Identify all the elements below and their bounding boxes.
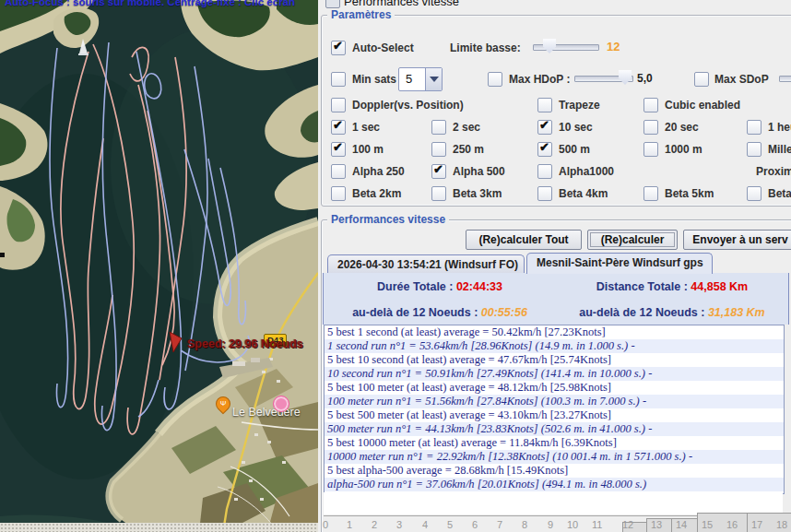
checkbox-beta-5km[interactable] [643,186,658,201]
scale-number: 13 [651,519,662,530]
checkbox-label: Alpha 500 [453,165,505,178]
checkbox-500-m[interactable]: ✔ [537,142,552,157]
duree-totale: Durée Totale : 02:44:33 [324,273,556,299]
scale-number: 8 [522,519,527,530]
duree-totale-value: 02:44:33 [456,280,502,293]
chevron-down-icon[interactable] [425,68,442,90]
send-to-server-button[interactable]: Envoyer à un serv [683,230,791,250]
result-row[interactable]: 5 best alpha-500 average = 28.68km/h [15… [325,464,784,478]
checkbox-20-sec[interactable] [643,120,658,135]
checkbox-10-sec[interactable]: ✔ [537,120,552,135]
beyond-distance: au-delà de 12 Noeuds : 31,183 Km [556,299,788,325]
checkbox-label: Alpha1000 [559,165,614,178]
result-row[interactable]: 10 second run n°1 = 50.91km/h [27.49Knot… [325,367,784,381]
result-row[interactable]: 5 best 500 meter (at least) average = 43… [325,408,784,422]
result-row[interactable]: alpha-500 run n°1 = 37.06km/h [20.01Knot… [325,478,784,491]
checkbox-doppler-vs-position-[interactable] [331,98,346,112]
max-hdop-checkbox[interactable] [488,72,502,87]
min-sats-checkbox[interactable] [331,72,346,87]
checkbox-beta-3km[interactable] [431,186,446,201]
max-sdop-checkbox[interactable] [694,72,709,87]
results-list[interactable]: 5 best 1 second (at least) average = 50.… [324,325,785,494]
auto-select-checkbox[interactable]: ✔ [331,41,346,55]
checkbox-250-m[interactable] [431,142,446,157]
checkbox-label: Beta 3km [453,187,502,200]
checkbox-beta-4km[interactable] [537,186,552,201]
scale-number: 9 [548,519,553,530]
scale-number: 7 [497,519,502,530]
poi-label: Le Belvédère [232,406,301,419]
tab-track-date[interactable]: 2026-04-30 13:54:21 (Windsurf FO) [327,254,525,274]
checkbox-label: 1 heu [768,121,791,134]
scale-number: 16 [726,519,738,530]
result-row[interactable]: 10000 meter run n°1 = 22.92km/h [12.38Kn… [325,450,784,464]
recalculate-all-button[interactable]: (Re)calculer Tout [466,230,582,250]
beyond-time-value: 00:55:56 [481,306,527,319]
limite-basse-value: 12 [607,40,620,53]
scale-number: 4 [422,519,428,530]
result-row[interactable]: 5 best 10000 meter (at least) average = … [325,436,784,450]
check-mark-icon: ✔ [433,162,443,176]
map-view[interactable]: Auto-Focus : souris sur mobile. Centrage… [0,0,318,532]
max-hdop-value: 5,0 [637,72,653,85]
checkbox-beta-2km[interactable] [331,186,346,201]
scale-number: 15 [702,519,713,530]
scale-number: 11 [592,519,602,530]
scale-number: 6 [472,519,478,530]
scale-number: 3 [396,519,402,530]
min-sats-value: 5 [406,72,412,86]
checkbox-label: 10 sec [559,121,593,134]
checkbox-trapeze[interactable] [537,98,552,112]
result-row[interactable]: 5 best 10 second (at least) average = 47… [325,353,784,367]
scale-number: 18 [776,519,787,530]
performance-panel: Performances vitesse Paramètres ✔ Auto-S… [318,0,791,532]
checkbox-beta[interactable] [747,186,761,201]
map-edge-tick [0,253,5,257]
beyond-time: au-delà de 12 Noeuds : 00:55:56 [324,299,556,325]
totals-summary: Durée Totale : 02:44:33 Distance Totale … [323,273,789,325]
checkbox-alpha-500[interactable]: ✔ [431,164,446,179]
checkbox-label: Trapeze [559,99,600,112]
result-row[interactable]: 500 meter run n°1 = 44.13km/h [23.83Knot… [325,422,784,436]
min-sats-label: Min sats : [352,73,403,86]
checkbox-label: 2 sec [453,121,480,134]
checkbox-1000-m[interactable] [643,142,658,157]
speed-overlay-label: Speed: 29.96 Noeuds [187,337,303,350]
checkbox-label: 100 m [352,143,384,156]
checkbox-mille[interactable] [747,142,761,157]
min-sats-select[interactable]: 5 [398,67,443,91]
checkbox-100-m[interactable]: ✔ [331,142,346,157]
checkbox-2-sec[interactable] [431,120,446,135]
checkbox-alpha1000[interactable] [537,164,552,179]
checkbox-1-heu[interactable] [747,120,761,135]
parametres-title: Paramètres [327,9,395,20]
window-icon [325,0,340,8]
tab-mesnil-saint-pere[interactable]: Mesnil-Saint-Père Windsurf gps [526,253,713,274]
checkbox-cubic-enabled[interactable] [643,98,658,112]
checkbox-label: 20 sec [665,121,699,134]
scale-number: 1 [347,519,352,530]
result-row[interactable]: 5 best 1 second (at least) average = 50.… [325,325,784,339]
result-row[interactable]: 5 best 100 meter (at least) average = 48… [325,381,784,395]
checkbox-1-sec[interactable]: ✔ [331,120,346,135]
check-mark-icon: ✔ [539,140,549,154]
poi-marker-dot[interactable] [273,396,289,412]
performances-title: Performances vitesse [327,214,449,225]
limite-basse-slider[interactable] [533,44,599,51]
checkbox-label: Cubic enabled [665,99,740,112]
checkbox-label: 500 m [559,143,590,156]
recalculate-button[interactable]: (Re)calculer [587,230,678,250]
scale-number: 0 [323,519,328,530]
max-sdop-slider[interactable] [779,76,791,82]
check-mark-icon: ✔ [333,118,343,132]
scale-number: 5 [447,519,453,530]
checkbox-label: 1 sec [352,121,380,134]
checkbox-label: 250 m [453,143,484,156]
distance-totale: Distance Totale : 44,858 Km [556,273,788,299]
checkbox-label: Mille [768,143,791,156]
check-mark-icon: ✔ [333,39,343,53]
result-row[interactable]: 1 second run n°1 = 53.64km/h [28.96Knots… [325,339,784,353]
result-row[interactable]: 100 meter run n°1 = 51.56km/h [27.84Knot… [325,395,784,408]
checkbox-alpha-250[interactable] [331,164,346,179]
checkbox-label: Beta 2km [352,187,401,200]
